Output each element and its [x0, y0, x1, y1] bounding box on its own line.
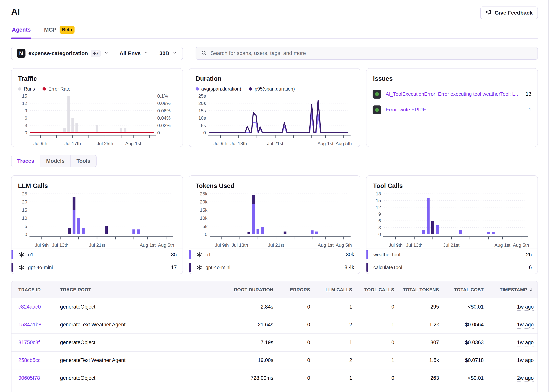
issue-link[interactable]: Error: write EPIPE — [385, 107, 524, 113]
filter-row: N expense-categorization +7 All Envs 30D — [11, 47, 538, 60]
svg-text:5: 5 — [25, 224, 27, 229]
series-value: 17 — [171, 265, 177, 270]
trace-id-link[interactable]: c824aac0 — [18, 304, 41, 310]
series-color-strip — [366, 263, 368, 272]
svg-text:20k: 20k — [200, 199, 207, 204]
timestamp-value[interactable]: 1w ago — [517, 340, 534, 346]
llm-calls-cell: 1 — [314, 334, 356, 351]
svg-text:3: 3 — [25, 123, 27, 128]
trace-row[interactable]: 81750c8f generateObject 7.19s 0 1 0 807 … — [12, 334, 537, 351]
date-range-dropdown[interactable]: 30D — [154, 47, 182, 60]
series-label: gpt-4o-mini — [18, 264, 53, 271]
search-icon — [201, 50, 207, 56]
tab-mcp[interactable]: MCP Beta — [43, 26, 75, 38]
trace-row[interactable]: 90605f78 generateObject 728.00ms 0 1 0 2… — [12, 369, 537, 387]
legend-item: avg(span.duration) — [196, 86, 241, 92]
svg-text:Aug 1st: Aug 1st — [317, 141, 333, 146]
timestamp-value[interactable]: 1w ago — [517, 357, 534, 364]
legend-item: p95(span.duration) — [249, 86, 295, 92]
column-header-llm-calls[interactable]: LLM CALLS — [314, 281, 356, 298]
root-duration-cell: 728.00ms — [227, 369, 277, 387]
date-range-value: 30D — [159, 50, 169, 56]
svg-text:25k: 25k — [200, 191, 207, 196]
trace-row[interactable]: 1b9a433b generateText Weather Agent 4.95… — [12, 387, 537, 392]
issue-row[interactable]: AI_ToolExecutionError: Error executing t… — [366, 86, 537, 102]
give-feedback-button[interactable]: Give Feedback — [480, 7, 538, 19]
trace-row[interactable]: 258cb5cc generateText Weather Agent 19.0… — [12, 351, 537, 369]
svg-text:Aug 5th: Aug 5th — [335, 243, 352, 248]
column-header-total-cost[interactable]: TOTAL COST — [443, 281, 487, 298]
search-input[interactable] — [210, 50, 533, 56]
column-header-timestamp[interactable]: TIMESTAMP — [487, 281, 537, 298]
trace-id-link[interactable]: 1584a1b8 — [18, 322, 41, 328]
tool-calls-card-title: Tool Calls — [373, 182, 531, 189]
agent-logo-icon: N — [17, 49, 25, 58]
timestamp-value[interactable]: 2w ago — [517, 375, 534, 382]
legend-item: Error Rate — [43, 86, 70, 92]
svg-text:0.02%: 0.02% — [157, 123, 171, 128]
trace-id-link[interactable]: 258cb5cc — [18, 357, 41, 363]
timestamp-value[interactable]: 1w ago — [517, 322, 534, 329]
svg-text:Jul 13th: Jul 13th — [232, 243, 248, 248]
svg-text:Jul 21st: Jul 21st — [267, 141, 283, 146]
tokens-used-card: Tokens Used 05k10k15k20k25kJul 9thJul 13… — [189, 175, 361, 274]
llm-calls-chart: 0510152025Jul 9thJul 13thJul 21stAug 1st… — [18, 190, 176, 250]
errors-cell: 0 — [277, 351, 314, 369]
issue-link[interactable]: AI_ToolExecutionError: Error executing t… — [385, 91, 521, 97]
series-summary-row[interactable]: calculateTool 6 — [366, 261, 537, 274]
section-tab-models[interactable]: Models — [40, 155, 70, 167]
series-label: o1 — [18, 252, 34, 258]
trace-id-link[interactable]: 90605f78 — [18, 375, 40, 381]
series-summary-row[interactable]: gpt-4o-mini 8.4k — [189, 261, 360, 274]
total-tokens-cell: 295 — [398, 298, 443, 316]
series-summary-row[interactable]: weatherTool 26 — [366, 248, 537, 261]
column-header-trace-id[interactable]: TRACE ID — [12, 281, 56, 298]
metric-cards: LLM Calls 0510152025Jul 9thJul 13thJul 2… — [11, 175, 538, 274]
section-tabs: TracesModelsTools — [11, 155, 97, 167]
tokens-used-card-title: Tokens Used — [196, 182, 354, 189]
total-tokens-cell: 1.2k — [398, 316, 443, 334]
traffic-legend: Runs Error Rate — [18, 86, 176, 92]
section-tab-traces[interactable]: Traces — [12, 155, 40, 167]
column-header-trace-root[interactable]: TRACE ROOT — [56, 281, 227, 298]
trace-id-link[interactable]: 81750c8f — [18, 340, 40, 345]
svg-text:0.06%: 0.06% — [157, 108, 171, 113]
series-color-strip — [12, 263, 14, 272]
tab-agents[interactable]: Agents — [11, 26, 31, 38]
env-filter-dropdown[interactable]: All Envs — [114, 47, 154, 60]
section-tab-tools[interactable]: Tools — [70, 155, 96, 167]
column-header-root-duration[interactable]: ROOT DURATION — [227, 281, 277, 298]
series-value: 8.4k — [344, 265, 354, 270]
agent-filter-dropdown[interactable]: N expense-categorization +7 — [12, 47, 114, 60]
errors-cell: 0 — [277, 316, 314, 334]
tab-label: MCP — [44, 27, 56, 33]
svg-text:0: 0 — [157, 130, 160, 135]
series-summary-row[interactable]: o1 30k — [189, 248, 360, 261]
legend-label: Error Rate — [48, 86, 70, 92]
svg-text:3: 3 — [378, 225, 381, 230]
trace-row[interactable]: 1584a1b8 generateText Weather Agent 21.6… — [12, 316, 537, 334]
topbar: AI Give Feedback — [11, 0, 538, 19]
nodejs-icon — [374, 91, 380, 97]
timestamp-value[interactable]: 1w ago — [517, 304, 534, 311]
series-summary-row[interactable]: gpt-4o-mini 17 — [12, 261, 183, 274]
traffic-card: Traffic Runs Error Rate 0369121500.02%0.… — [11, 68, 183, 147]
llm-calls-cell: 2 — [314, 387, 356, 392]
issue-row[interactable]: Error: write EPIPE 1 — [366, 102, 537, 118]
scrollbar[interactable] — [548, 0, 549, 392]
svg-text:Aug 5th: Aug 5th — [513, 243, 529, 248]
column-header-tool-calls[interactable]: TOOL CALLS — [356, 281, 398, 298]
svg-text:0: 0 — [203, 130, 206, 135]
trace-row[interactable]: c824aac0 generateObject 2.84s 0 1 0 295 … — [12, 298, 537, 316]
chevron-down-icon — [172, 50, 177, 57]
svg-text:Jul 21st: Jul 21st — [89, 243, 105, 248]
issues-card-title: Issues — [373, 75, 531, 82]
svg-text:5k: 5k — [202, 224, 208, 229]
column-header-total-tokens[interactable]: TOTAL TOKENS — [398, 281, 443, 298]
issues-list: AI_ToolExecutionError: Error executing t… — [373, 86, 531, 118]
chevron-down-icon — [143, 50, 149, 57]
column-header-errors[interactable]: ERRORS — [277, 281, 314, 298]
svg-text:Jul 9th: Jul 9th — [389, 243, 403, 248]
series-summary-row[interactable]: o1 35 — [12, 248, 183, 261]
trace-root-cell: generateText Weather Agent — [56, 387, 227, 392]
